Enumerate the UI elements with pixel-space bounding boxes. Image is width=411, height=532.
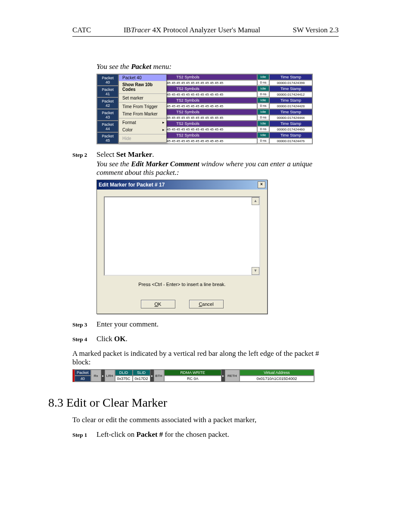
submenu-arrow-icon: ▸ — [162, 120, 165, 124]
packet-title: Packet — [75, 370, 91, 376]
close-button[interactable]: × — [258, 181, 265, 188]
menu-time-from-trigger[interactable]: Time From Trigger — [119, 103, 166, 110]
arrow-icon: ▸ — [221, 370, 225, 382]
timestamp-col: Time Stamp00000.017424444 — [269, 109, 312, 121]
menu-format[interactable]: Format▸ — [119, 119, 166, 126]
timestamp-col: Time Stamp00000.017424412 — [269, 86, 312, 97]
slid-value: 0x17D2 — [133, 376, 150, 382]
edit-marker-caption: You see the Edit Marker Comment window w… — [97, 160, 339, 177]
timestamp-col: Time Stamp00000.017424398 — [269, 74, 312, 86]
dlid-value: 0x375C — [115, 376, 133, 382]
arrow-icon: ▸ — [101, 370, 105, 382]
menu-color[interactable]: Color▸ — [119, 126, 166, 134]
rdma-title: RDMA WRITE — [164, 370, 221, 376]
idle-col: Idle0 ns — [257, 132, 269, 144]
rdma-value: RC 0A — [164, 376, 221, 382]
header-rule — [72, 36, 339, 37]
step-3-label: Step 3 — [72, 321, 97, 328]
page-header: CATC IBTracer 4X Protocol Analyzer User'… — [72, 26, 339, 34]
step-2: Step 2 Select Set Marker. — [72, 150, 339, 159]
packet-id-cell: Packet42 — [97, 97, 118, 109]
timestamp-col: Time Stamp00000.017424476 — [269, 132, 312, 144]
header-right: SW Version 2.3 — [293, 26, 339, 34]
lrh-cell: LRH — [105, 370, 115, 382]
idle-col: Idle0 ns — [257, 109, 269, 121]
menu-header: Packet 40 — [119, 75, 166, 81]
dialog-titlebar: Edit Marker for Packet # 17 × — [97, 180, 267, 190]
timestamp-col: Time Stamp00000.017424460 — [269, 121, 312, 132]
timestamp-col: Time Stamp00000.017424428 — [269, 97, 312, 109]
packet-id-cell: Packet44 — [97, 121, 118, 132]
packet-id-cell: Packet45 — [97, 132, 118, 144]
menu-set-marker[interactable]: Set marker — [119, 94, 166, 102]
scroll-up-icon[interactable]: ▲ — [252, 197, 259, 205]
step-1-label: Step 1 — [72, 432, 97, 439]
rx-cell: Rx — [91, 370, 101, 382]
step-1: Step 1 Left-click on Packet # for the ch… — [72, 430, 339, 439]
cancel-button[interactable]: Cancel — [189, 300, 224, 308]
idle-col: Idle0 ns — [257, 74, 269, 86]
edit-marker-dialog: Edit Marker for Packet # 17 × ▲ ▼ Press … — [97, 180, 268, 314]
packet-id-cell: Packet40 — [97, 74, 118, 86]
step-3-text: Enter your comment. — [97, 320, 159, 329]
va-title: Virtual Address — [240, 370, 314, 376]
menu-hide[interactable]: Hide — [119, 135, 166, 142]
dialog-hint: Press <Ctrl - Enter> to insert a line br… — [104, 282, 260, 287]
reth-cell: RETH — [225, 370, 240, 382]
dialog-title: Edit Marker for Packet # 17 — [99, 182, 165, 188]
packet-id-cell: Packet43 — [97, 109, 118, 121]
packet-number: 40 — [75, 376, 91, 382]
step-4-label: Step 4 — [72, 336, 97, 343]
header-center: IBTracer 4X Protocol Analyzer User's Man… — [91, 26, 293, 34]
header-left: CATC — [72, 26, 91, 34]
dlid-title: DLID — [115, 370, 133, 376]
marked-packet-para: A marked packet is indicated by a vertic… — [72, 349, 339, 367]
marked-packet-figure: Packet 40 Rx ▸ LRH DLID 0x375C SLID 0x17… — [72, 369, 314, 382]
ok-button[interactable]: OK — [141, 300, 175, 308]
comment-textarea[interactable]: ▲ ▼ — [104, 196, 260, 276]
step-2-label: Step 2 — [72, 152, 97, 159]
arrow-icon: ▸ — [150, 370, 154, 382]
scroll-down-icon[interactable]: ▼ — [252, 267, 259, 275]
idle-col: Idle0 ns — [257, 97, 269, 109]
section-heading: 8.3 Edit or Clear Marker — [48, 396, 339, 410]
step-3: Step 3 Enter your comment. — [72, 320, 339, 329]
packet-list-figure: Packet40TS2 Symbols45 45 45 45 45 45 45 … — [97, 74, 313, 144]
packet-id-cell: Packet41 — [97, 86, 118, 97]
packet-context-menu: Packet 40 Show Raw 10b Codes Set marker … — [118, 74, 167, 143]
slid-title: SLID — [133, 370, 150, 376]
submenu-arrow-icon: ▸ — [162, 128, 165, 132]
bth-cell: BTH — [154, 370, 164, 382]
packet-menu-caption: You see the Packet menu: — [97, 62, 339, 71]
idle-col: Idle0 ns — [257, 121, 269, 132]
menu-show-raw[interactable]: Show Raw 10b Codes — [119, 81, 166, 93]
va-value: 0x01710A1C015D4002 — [240, 376, 314, 382]
section-intro: To clear or edit the comments associated… — [72, 416, 339, 424]
menu-time-from-marker[interactable]: Time From Marker — [119, 110, 166, 118]
step-4: Step 4 Click OK. — [72, 335, 339, 343]
idle-col: Idle0 ns — [257, 86, 269, 97]
